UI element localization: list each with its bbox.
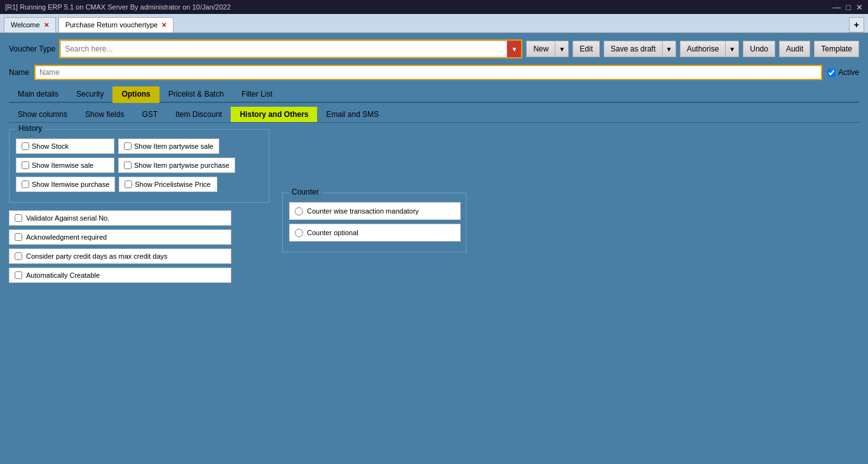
history-group: History Show Stock Show Item partywise s…: [9, 129, 269, 203]
voucher-type-label: Voucher Type: [9, 44, 55, 53]
edit-button[interactable]: Edit: [573, 41, 600, 57]
cb-acknowledgment-input[interactable]: [15, 233, 22, 241]
new-dropdown-arrow[interactable]: ▼: [555, 41, 569, 57]
titlebar-controls: — □ ✕: [832, 3, 863, 12]
minimize-icon[interactable]: —: [832, 3, 841, 12]
undo-button[interactable]: Undo: [743, 41, 775, 57]
cb-party-credit-days-input[interactable]: [15, 252, 22, 260]
cb-show-item-partywise-sale-label: Show Item partywise sale: [134, 142, 214, 150]
authorise-dropdown[interactable]: ▼: [725, 41, 739, 57]
save-draft-dropdown[interactable]: ▼: [662, 41, 676, 57]
history-row-2: Show Itemwise sale Show Item partywise p…: [16, 158, 262, 173]
tab-pricelist-batch[interactable]: Pricelist & Batch: [159, 86, 233, 103]
authorise-button[interactable]: Authorise: [680, 41, 726, 57]
main-content: Voucher Type ▼ New ▼ Edit Save as draft …: [0, 33, 868, 289]
radio-counter-optional-input[interactable]: [295, 229, 303, 237]
cb-auto-creatable-input[interactable]: [15, 271, 22, 279]
radio-counter-optional[interactable]: Counter optional: [289, 224, 461, 242]
cb-party-credit-days[interactable]: Consider party credit days as max credit…: [9, 249, 231, 264]
sub-nav-tabs: Show columns Show fields GST Item Discou…: [9, 103, 859, 123]
new-button[interactable]: New: [526, 41, 555, 57]
sub-tab-email-sms[interactable]: Email and SMS: [317, 107, 388, 122]
counter-legend: Counter: [289, 188, 322, 196]
cb-show-stock-label: Show Stock: [32, 142, 69, 150]
authorise-split: Authorise ▼: [680, 41, 740, 57]
radio-counter-optional-label: Counter optional: [307, 229, 358, 236]
sub-tab-item-discount[interactable]: Item Discount: [166, 107, 231, 122]
sub-tab-show-fields[interactable]: Show fields: [76, 107, 133, 122]
sub-tab-gst[interactable]: GST: [133, 107, 166, 122]
tab-purchase-return-close[interactable]: ✕: [161, 22, 166, 29]
cb-acknowledgment[interactable]: Acknowledgment required: [9, 229, 231, 245]
audit-button[interactable]: Audit: [779, 41, 810, 57]
tab-purchase-return[interactable]: Purchase Return vouchertype ✕: [58, 17, 174, 32]
titlebar: [R1] Running ERP 5.1 on CMAX Server By a…: [0, 0, 868, 14]
radio-counter-wise-mandatory[interactable]: Counter wise transaction mandatory: [289, 202, 461, 220]
cb-show-item-partywise-purchase-label: Show Item partywise purchase: [134, 161, 229, 169]
history-row-1: Show Stock Show Item partywise sale: [16, 139, 262, 154]
template-button[interactable]: Template: [814, 41, 859, 57]
content-area: History Show Stock Show Item partywise s…: [9, 129, 859, 283]
active-checkbox[interactable]: [827, 69, 836, 77]
sub-tab-history-others[interactable]: History and Others: [231, 107, 317, 122]
cb-show-pricelistwise-price-label: Show Pricelistwise Price: [135, 181, 210, 188]
cb-show-item-partywise-sale-input[interactable]: [124, 142, 132, 150]
name-label: Name: [9, 68, 29, 77]
tab-purchase-return-label: Purchase Return vouchertype: [65, 21, 158, 29]
tab-welcome-close[interactable]: ✕: [44, 22, 49, 29]
left-column: History Show Stock Show Item partywise s…: [9, 129, 269, 283]
cb-auto-creatable[interactable]: Automatically Creatable: [9, 268, 231, 283]
tab-add-button[interactable]: +: [849, 17, 864, 32]
cb-validator-serial-input[interactable]: [15, 214, 22, 222]
cb-party-credit-days-label: Consider party credit days as max credit…: [26, 252, 168, 260]
save-draft-button[interactable]: Save as draft: [604, 41, 662, 57]
tab-security[interactable]: Security: [67, 86, 112, 103]
cb-show-itemwise-purchase-label: Show Itemwise purchase: [32, 181, 109, 188]
cb-show-item-partywise-purchase-input[interactable]: [124, 161, 132, 169]
active-checkbox-row: Active: [827, 68, 859, 77]
cb-show-pricelistwise-price[interactable]: Show Pricelistwise Price: [119, 177, 217, 192]
tab-filter-list[interactable]: Filter List: [233, 86, 281, 103]
radio-counter-wise-mandatory-label: Counter wise transaction mandatory: [307, 207, 419, 215]
counter-group: Counter Counter wise transaction mandato…: [282, 193, 466, 252]
sub-tab-show-columns[interactable]: Show columns: [9, 107, 76, 122]
maximize-icon[interactable]: □: [846, 3, 851, 12]
toolbar: Voucher Type ▼ New ▼ Edit Save as draft …: [9, 39, 859, 58]
voucher-type-dropdown-btn[interactable]: ▼: [507, 41, 521, 57]
history-row-3: Show Itemwise purchase Show Pricelistwis…: [16, 177, 262, 192]
tab-add-icon: +: [854, 20, 859, 30]
tab-main-details[interactable]: Main details: [9, 86, 67, 103]
cb-acknowledgment-label: Acknowledgment required: [26, 233, 107, 241]
tabbar: Welcome ✕ Purchase Return vouchertype ✕ …: [0, 14, 868, 33]
nav-tabs: Main details Security Options Pricelist …: [9, 86, 859, 103]
cb-show-itemwise-sale[interactable]: Show Itemwise sale: [16, 158, 114, 173]
new-btn-split: New ▼: [526, 41, 569, 57]
cb-validator-serial-label: Validator Against serial No.: [26, 214, 109, 222]
bottom-checkboxes: Validator Against serial No. Acknowledgm…: [9, 210, 269, 283]
save-draft-split: Save as draft ▼: [604, 41, 676, 57]
cb-show-itemwise-sale-input[interactable]: [22, 161, 29, 169]
cb-validator-serial[interactable]: Validator Against serial No.: [9, 210, 231, 226]
cb-show-stock[interactable]: Show Stock: [16, 139, 114, 154]
cb-show-item-partywise-purchase[interactable]: Show Item partywise purchase: [118, 158, 235, 173]
cb-auto-creatable-label: Automatically Creatable: [26, 271, 100, 279]
cb-show-item-partywise-sale[interactable]: Show Item partywise sale: [118, 139, 219, 154]
cb-show-itemwise-purchase-input[interactable]: [22, 181, 29, 188]
voucher-type-search-wrap: ▼: [59, 39, 522, 58]
voucher-type-search-input[interactable]: [60, 41, 507, 57]
cb-show-stock-input[interactable]: [22, 142, 29, 150]
tab-welcome[interactable]: Welcome ✕: [4, 17, 56, 32]
tab-welcome-label: Welcome: [11, 21, 40, 29]
close-icon[interactable]: ✕: [856, 3, 863, 12]
radio-counter-wise-mandatory-input[interactable]: [295, 207, 303, 215]
cb-show-itemwise-sale-label: Show Itemwise sale: [32, 161, 93, 169]
active-label: Active: [838, 68, 859, 77]
name-input[interactable]: [34, 65, 822, 80]
cb-show-itemwise-purchase[interactable]: Show Itemwise purchase: [16, 177, 115, 192]
cb-show-pricelistwise-price-input[interactable]: [125, 181, 132, 188]
history-legend: History: [16, 124, 44, 133]
right-column: Counter Counter wise transaction mandato…: [282, 129, 859, 283]
tab-options[interactable]: Options: [112, 86, 159, 103]
titlebar-title: [R1] Running ERP 5.1 on CMAX Server By a…: [5, 3, 231, 11]
name-row: Name Active: [9, 65, 859, 80]
